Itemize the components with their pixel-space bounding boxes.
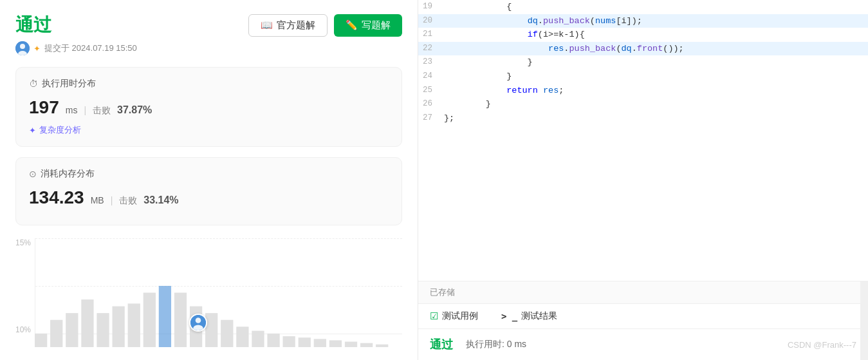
status-label: 通过: [15, 13, 51, 37]
line-number: 24: [418, 70, 441, 84]
time-stats-card: ⏱ 执行用时分布 197 ms | 击败 37.87% ✦ 复杂度分析: [15, 67, 402, 147]
complexity-analysis-label: 复杂度分析: [39, 124, 81, 136]
memory-beat-pct: 33.14%: [143, 194, 178, 206]
svg-rect-24: [360, 343, 373, 347]
submit-info: ✦ 提交于 2024.07.19 15:50: [15, 41, 402, 55]
official-solution-button[interactable]: 📖 官方题解: [248, 14, 328, 37]
test-result-label: 测试结果: [521, 310, 557, 322]
svg-point-1: [20, 44, 25, 49]
chart-label-10: 10%: [15, 325, 31, 334]
book-icon: 📖: [261, 19, 273, 31]
stored-bar: 已存储: [418, 281, 868, 303]
edit-icon: ✏️: [346, 19, 358, 31]
bottom-panel: ☑ 测试用例 > _ 测试结果 通过 执行用时: 0 ms CSDN @Fran…: [418, 303, 868, 360]
svg-rect-23: [345, 342, 357, 347]
time-unit: ms: [66, 105, 78, 115]
memory-card-title: ⊙ 消耗内存分布: [29, 168, 389, 180]
svg-rect-17: [252, 331, 264, 347]
svg-point-27: [196, 317, 201, 323]
spark-icon: ✦: [33, 44, 41, 53]
chart-svg: [35, 238, 394, 347]
header-buttons: 📖 官方题解 ✏️ 写题解: [248, 14, 402, 37]
svg-rect-15: [221, 320, 233, 347]
test-case-label: 测试用例: [442, 310, 478, 322]
line-number: 19: [418, 0, 441, 14]
time-stats-row: 197 ms | 击败 37.87%: [29, 97, 389, 118]
write-solution-button[interactable]: ✏️ 写题解: [334, 14, 402, 37]
svg-rect-14: [205, 313, 217, 347]
line-code: return res;: [441, 84, 868, 98]
diamond-icon: ✦: [29, 126, 36, 135]
stored-label: 已存储: [430, 287, 455, 297]
svg-rect-11: [159, 286, 171, 347]
clock-icon: ⏱: [29, 79, 38, 89]
line-number: 23: [418, 55, 441, 70]
line-number: 22: [418, 42, 441, 56]
line-code: res.push_back(dq.front());: [441, 42, 868, 56]
svg-rect-8: [112, 307, 124, 347]
line-code: }: [441, 70, 868, 84]
result-row: 通过 执行用时: 0 ms CSDN @Frank---7: [418, 329, 868, 360]
line-number: 26: [418, 97, 441, 111]
line-code: dq.push_back(nums[i]);: [441, 14, 868, 28]
line-number: 27: [418, 111, 441, 126]
chart-label-15: 15%: [15, 238, 31, 247]
right-panel: back 19 {20 dq.push_back(nums[i]);21 if(…: [418, 0, 868, 360]
terminal-icon: > _: [501, 311, 517, 321]
time-beat-pct: 37.87%: [117, 104, 152, 116]
checkbox-icon: ☑: [430, 310, 438, 322]
svg-rect-16: [236, 327, 248, 347]
memory-unit: MB: [91, 195, 104, 205]
svg-rect-12: [174, 293, 187, 348]
header-row: 通过 📖 官方题解 ✏️ 写题解: [15, 13, 402, 37]
svg-rect-4: [50, 320, 62, 347]
official-solution-label: 官方题解: [277, 19, 315, 32]
svg-rect-19: [283, 336, 295, 347]
svg-rect-21: [314, 339, 326, 347]
code-table: 19 {20 dq.push_back(nums[i]);21 if(i>=k-…: [418, 0, 868, 125]
line-code: };: [441, 111, 868, 126]
line-code: }: [441, 55, 868, 70]
svg-rect-20: [299, 337, 311, 347]
memory-divider: |: [111, 195, 113, 205]
memory-beat-label: 击败: [119, 195, 137, 207]
complexity-analysis-link[interactable]: ✦ 复杂度分析: [29, 124, 389, 136]
line-number: 25: [418, 84, 441, 98]
time-card-title: ⏱ 执行用时分布: [29, 78, 389, 90]
svg-rect-9: [128, 303, 140, 347]
time-beat-label: 击败: [93, 105, 111, 117]
left-panel: 通过 📖 官方题解 ✏️ 写题解 ✦ 提交于 2024.07.19 15:50: [0, 0, 418, 360]
tab-test-result[interactable]: > _ 测试结果: [501, 304, 568, 328]
code-editor: 19 {20 dq.push_back(nums[i]);21 if(i>=k-…: [418, 0, 868, 281]
avatar: [15, 41, 30, 55]
tab-test-case[interactable]: ☑ 测试用例: [430, 304, 488, 328]
svg-rect-7: [97, 313, 109, 347]
memory-stats-row: 134.23 MB | 击败 33.14%: [29, 187, 389, 208]
result-watermark: CSDN @Frank---7: [788, 340, 856, 350]
submit-date: 提交于 2024.07.19 15:50: [44, 43, 137, 54]
line-number: 21: [418, 28, 441, 42]
svg-rect-10: [143, 293, 156, 348]
svg-rect-25: [376, 345, 388, 347]
line-code: if(i>=k-1){: [441, 28, 868, 42]
write-solution-label: 写题解: [362, 19, 391, 32]
svg-rect-5: [66, 313, 78, 347]
memory-value: 134.23: [29, 187, 84, 208]
result-time: 执行用时: 0 ms: [466, 339, 526, 350]
memory-icon: ⊙: [29, 169, 37, 179]
line-code: }: [441, 97, 868, 111]
svg-rect-22: [329, 340, 342, 347]
line-code: {: [441, 0, 868, 14]
line-number: 20: [418, 14, 441, 28]
memory-card-title-label: 消耗内存分布: [41, 168, 95, 180]
result-status: 通过: [430, 337, 453, 352]
svg-rect-3: [35, 334, 47, 347]
memory-stats-card: ⊙ 消耗内存分布 134.23 MB | 击败 33.14%: [15, 157, 402, 225]
time-card-title-label: 执行用时分布: [42, 78, 96, 90]
svg-rect-18: [267, 334, 279, 347]
svg-point-28: [194, 325, 203, 331]
time-value: 197: [29, 97, 59, 118]
distribution-chart: 15% 10%: [15, 238, 402, 347]
time-divider: |: [84, 105, 86, 115]
svg-rect-6: [81, 299, 93, 347]
